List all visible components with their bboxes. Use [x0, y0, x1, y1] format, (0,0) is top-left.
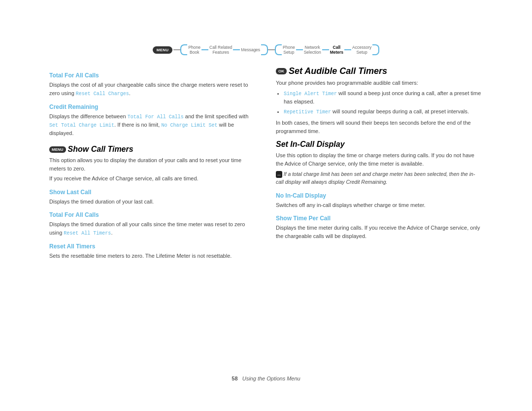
- footer: 58 Using the Options Menu: [0, 376, 532, 381]
- section-credit-remaining: Credit Remaining Displays the difference…: [49, 103, 256, 137]
- body-show-last-call: Displays the timed duration of your last…: [49, 198, 256, 206]
- nav-line-4: [268, 49, 275, 50]
- left-column: Total For All Calls Displays the cost of…: [49, 66, 256, 262]
- nav-line-6: [322, 49, 329, 50]
- page: MENU PhoneBook Call RelatedFeatures Mess…: [0, 0, 532, 411]
- section-set-audible: OK Set Audible Call Timers Your phone pr…: [276, 66, 483, 135]
- body-reset-timers: Sets the resettable time meters to zero.…: [49, 252, 256, 260]
- heading-credit-remaining: Credit Remaining: [49, 103, 256, 110]
- main-content: Total For All Calls Displays the cost of…: [39, 66, 493, 262]
- footer-page-number: 58: [232, 376, 237, 381]
- bullet-repetitive: Repetitive Timer will sound regular beep…: [284, 107, 483, 116]
- heading-set-audible: Set Audible Call Timers: [289, 66, 387, 76]
- section-set-incall: Set In-Call Display Use this option to d…: [276, 140, 483, 240]
- section-total-for-all-calls-top: Total For All Calls Displays the cost of…: [49, 72, 256, 98]
- note-icon: ...: [276, 171, 282, 178]
- nav-line-7: [344, 49, 351, 50]
- nav-bar: MENU PhoneBook Call RelatedFeatures Mess…: [39, 0, 493, 66]
- bullet-single-alert: Single Alert Timer will sound a beep jus…: [284, 89, 483, 106]
- bracket-inner-1: PhoneBook Call RelatedFeatures Messages: [187, 45, 261, 55]
- bracket-right-2: [372, 44, 379, 55]
- bracket-left-1: [180, 44, 187, 55]
- body-incall-1: Use this option to display the time or c…: [276, 151, 483, 168]
- heading-total-calls-top: Total For All Calls: [49, 72, 256, 79]
- menu-icon-show-call: MENU: [49, 146, 66, 153]
- nav-item-network: NetworkSelection: [303, 45, 322, 55]
- heading-total-calls-sub: Total For All Calls: [49, 211, 256, 218]
- footer-text: Using the Options Menu: [242, 376, 300, 381]
- nav-item-phonebook: PhoneBook: [187, 45, 201, 55]
- heading-show-call-timers: Show Call Timers: [68, 145, 133, 154]
- heading-set-audible-wrapper: OK Set Audible Call Timers: [276, 66, 483, 76]
- ok-icon-audible: OK: [276, 68, 287, 74]
- section-total-calls-sub: Total For All Calls Displays the timed d…: [49, 211, 256, 237]
- section-no-incall: No In-Call Display Switches off any in-c…: [276, 192, 483, 209]
- section-reset-timers: Reset All Timers Sets the resettable tim…: [49, 243, 256, 260]
- heading-show-time-per-call: Show Time Per Call: [276, 215, 483, 222]
- nav-bracket-1: PhoneBook Call RelatedFeatures Messages: [180, 44, 268, 55]
- section-show-last-call: Show Last Call Displays the timed durati…: [49, 189, 256, 206]
- heading-set-incall: Set In-Call Display: [276, 140, 483, 149]
- section-show-time-per-call: Show Time Per Call Displays the time met…: [276, 215, 483, 240]
- nav-line-2: [201, 49, 208, 50]
- body-show-call-1: This option allows you to display the du…: [49, 156, 256, 172]
- nav-item-callmeters: CallMeters: [329, 45, 344, 55]
- nav-item-accessory: AccessorySetup: [351, 45, 372, 55]
- body-audible-bottom: In both cases, the timers will sound the…: [276, 119, 483, 135]
- heading-no-incall: No In-Call Display: [276, 192, 483, 199]
- body-credit-remaining: Displays the difference between Total Fo…: [49, 112, 256, 137]
- bullet-list-audible: Single Alert Timer will sound a beep jus…: [276, 89, 483, 116]
- heading-reset-timers: Reset All Timers: [49, 243, 256, 250]
- body-no-incall: Switches off any in-call displays whethe…: [276, 201, 483, 209]
- nav-item-callrelated: Call RelatedFeatures: [208, 45, 233, 55]
- body-show-time-per-call: Displays the time meter during calls. If…: [276, 224, 483, 240]
- nav-line-5: [296, 49, 303, 50]
- heading-show-last-call: Show Last Call: [49, 189, 256, 196]
- nav-bracket-2: PhoneSetup NetworkSelection CallMeters A…: [275, 44, 379, 55]
- body-total-calls-sub: Displays the timed duration of all your …: [49, 220, 256, 237]
- nav-item-messages: Messages: [240, 47, 261, 52]
- bracket-right-1: [261, 44, 268, 55]
- bracket-left-2: [275, 44, 282, 55]
- note-box-incall: ...If a total charge limit has been set …: [276, 171, 483, 186]
- nav-line-3: [233, 49, 240, 50]
- heading-show-call-timers-wrapper: MENU Show Call Timers: [49, 145, 256, 154]
- nav-line-1: [173, 49, 180, 50]
- body-audible-intro: Your phone provides two programmable aud…: [276, 79, 483, 87]
- section-show-call-timers: MENU Show Call Timers This option allows…: [49, 139, 256, 260]
- right-column: OK Set Audible Call Timers Your phone pr…: [276, 66, 483, 262]
- menu-pill: MENU: [153, 46, 173, 54]
- bracket-inner-2: PhoneSetup NetworkSelection CallMeters A…: [282, 45, 372, 55]
- body-total-calls-top: Displays the cost of all your chargeable…: [49, 81, 256, 98]
- body-show-call-2: If you receive the Advice of Charge serv…: [49, 174, 256, 183]
- nav-item-phonesetup: PhoneSetup: [282, 45, 296, 55]
